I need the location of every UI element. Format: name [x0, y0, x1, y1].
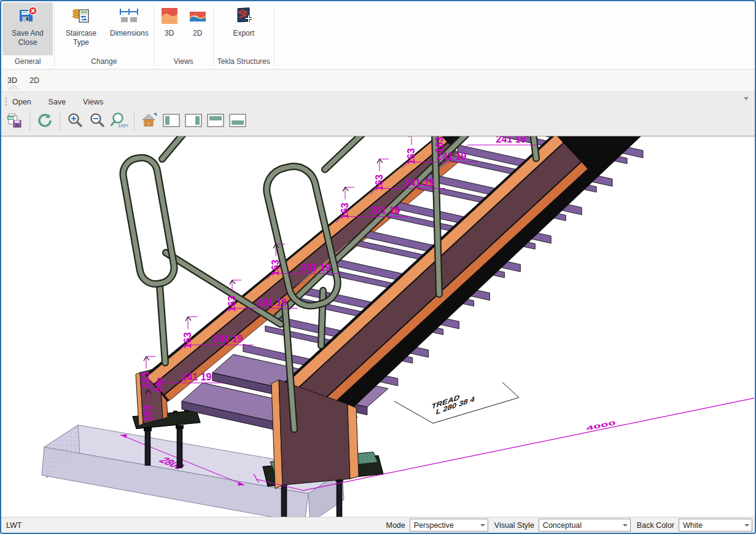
visual-style-field: Visual Style Conceptual: [494, 519, 631, 532]
menu-views[interactable]: Views: [83, 98, 103, 106]
home-view-icon: [141, 112, 158, 132]
dim-leader: [411, 136, 421, 145]
visual-style-select[interactable]: Conceptual: [539, 519, 631, 532]
zoom-100-button[interactable]: 100%: [108, 111, 130, 133]
going-dimension-text: 241 19: [496, 136, 526, 144]
ribbon-group-label-general: General: [2, 55, 53, 69]
chevron-down-icon: [623, 524, 628, 527]
ribbon-group-tekla: Export Tekla Structures: [215, 2, 273, 69]
save-and-close-label: Save And Close: [6, 29, 49, 47]
run-dimension-text: 4000: [585, 420, 616, 431]
refresh-icon: [36, 112, 53, 132]
view-3d-icon: [159, 6, 180, 26]
bolt-nut: [176, 425, 184, 429]
right-band-flange: [309, 162, 588, 420]
staircase-editor-window: Save And Close General: [0, 0, 756, 534]
handrail-tube: [162, 136, 184, 159]
refresh-view-button[interactable]: [34, 111, 56, 133]
view-2d-label: 2D: [193, 29, 202, 38]
view-tab-bar: 3D 2D: [1, 69, 755, 92]
ribbon-separator: [154, 5, 154, 66]
chevron-down-icon: [480, 524, 485, 527]
tread-part-mark: TREADL 280 38 4: [394, 382, 519, 423]
visual-style-value: Conceptual: [543, 521, 619, 530]
model-viewport: 2800163163163163163163163163163241 19241…: [1, 136, 755, 517]
going-dimension-text: 241 19: [437, 151, 467, 162]
staircase-type-label: Staircase Type: [60, 29, 103, 47]
3d-viewport-canvas[interactable]: 2800163163163163163163163163163241 19241…: [1, 136, 755, 517]
mode-select[interactable]: Perspective: [410, 519, 488, 532]
view-left-button[interactable]: [160, 111, 182, 133]
ribbon-group-label-change: Change: [56, 55, 152, 69]
viewer-toolbar: Open Save Views IMG: [1, 92, 755, 136]
toolbar-grip-handle[interactable]: [5, 97, 7, 107]
view-bottom-button[interactable]: [227, 111, 249, 133]
save-and-close-icon: [17, 6, 38, 26]
ribbon-group-views: 3D 2D Views: [155, 2, 212, 69]
mode-value: Perspective: [414, 521, 477, 530]
svg-text:100%: 100%: [118, 123, 128, 128]
selected-tab-caret: [7, 81, 20, 92]
ribbon-group-general: Save And Close General: [2, 2, 53, 69]
view-top-button[interactable]: [205, 111, 227, 133]
view-3d-button[interactable]: 3D: [155, 2, 184, 55]
zoom-out-icon: [88, 112, 106, 132]
viewer-menubar: Open Save Views: [4, 93, 752, 110]
view-top-icon: [206, 112, 225, 131]
part-mark-text: TREADL 280 38 4: [429, 387, 477, 418]
toolbar-separator: [29, 112, 30, 132]
menu-open[interactable]: Open: [12, 98, 31, 106]
riser-dimension-text: 163: [142, 405, 153, 422]
going-dimension-text: 241 19: [213, 334, 243, 344]
handrail-tube: [533, 136, 536, 159]
going-dimension-text: 241 19: [370, 205, 400, 216]
view-3d-label: 3D: [165, 29, 174, 38]
back-color-field: Back Color White: [637, 519, 752, 532]
back-color-value: White: [683, 521, 741, 530]
mode-label: Mode: [386, 521, 405, 530]
staircase-type-icon: [71, 6, 92, 26]
staircase-model: 2800163163163163163163163163163241 19241…: [42, 136, 754, 517]
viewer-iconbar: IMG: [4, 110, 752, 133]
ribbon-group-change: Staircase Type Dimensions: [56, 2, 152, 69]
home-view-button[interactable]: [138, 111, 160, 133]
staircase-type-button[interactable]: Staircase Type: [56, 2, 106, 55]
back-color-select[interactable]: White: [679, 519, 752, 532]
zoom-out-button[interactable]: [86, 111, 108, 133]
zoom-in-button[interactable]: [64, 111, 86, 133]
view-2d-icon: [187, 6, 208, 26]
ribbon-group-label-tekla: Tekla Structures: [215, 55, 273, 69]
view-left-icon: [162, 112, 181, 131]
status-bar: LWT Mode Perspective Visual Style Concep…: [1, 517, 755, 533]
save-image-button[interactable]: IMG: [4, 111, 26, 133]
going-dimension-text: 241 19: [182, 372, 212, 382]
visual-style-label: Visual Style: [494, 521, 534, 530]
toolbar-separator: [134, 112, 134, 132]
handrail-tube: [325, 136, 364, 170]
view-right-icon: [184, 112, 203, 131]
handrail-tube: [321, 291, 323, 346]
save-image-icon: IMG: [6, 112, 23, 132]
going-dimension-text: 241 19: [301, 262, 331, 273]
handrail-tube: [120, 155, 176, 287]
going-dimension-text: 241 19: [405, 178, 435, 188]
export-label: Export: [233, 29, 254, 38]
export-button[interactable]: Export: [229, 2, 258, 55]
status-lwt-text: LWT: [6, 521, 21, 530]
dimensions-button[interactable]: Dimensions: [106, 2, 152, 55]
menu-save[interactable]: Save: [49, 98, 66, 106]
back-color-label: Back Color: [637, 521, 674, 530]
save-and-close-button[interactable]: Save And Close: [2, 2, 53, 55]
tab-2d[interactable]: 2D: [23, 76, 45, 85]
mode-field: Mode Perspective: [386, 519, 488, 532]
toolbar-options-chevron-icon[interactable]: [744, 97, 749, 100]
handrail-end-loop: [120, 155, 176, 287]
going-dimension-text: 241 19: [257, 297, 287, 308]
zoom-in-icon: [66, 112, 84, 132]
view-right-button[interactable]: [182, 111, 205, 133]
view-2d-button[interactable]: 2D: [184, 2, 212, 55]
svg-text:IMG: IMG: [8, 116, 14, 120]
zoom-100-icon: 100%: [110, 112, 128, 132]
chevron-down-icon: [744, 524, 749, 527]
ribbon-separator: [54, 5, 55, 66]
